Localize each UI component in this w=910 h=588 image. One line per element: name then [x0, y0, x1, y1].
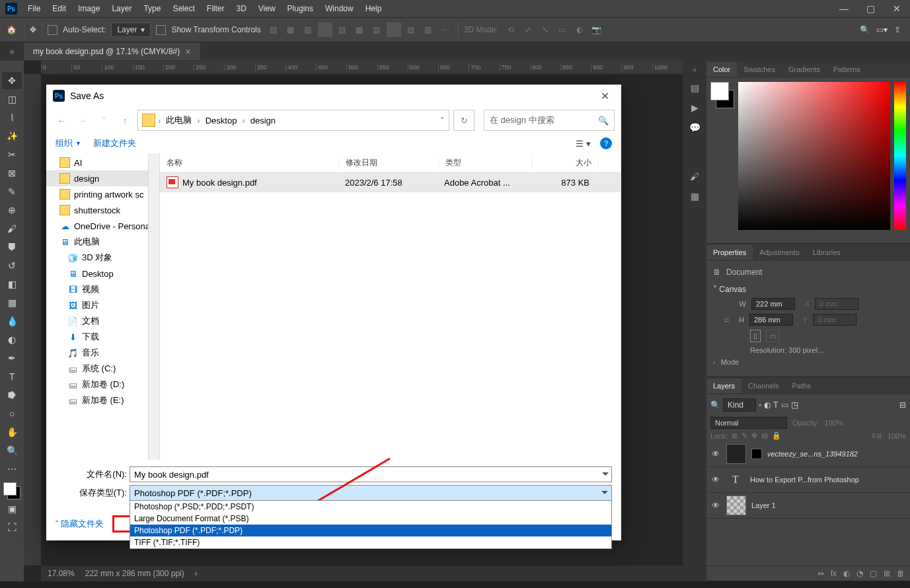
tree-item[interactable]: ⬇下载	[46, 329, 160, 345]
filter-icon[interactable]: 🔍	[710, 400, 720, 410]
filter-type-icon[interactable]: ◐	[764, 400, 771, 410]
layer-name[interactable]: How to Export P...from Photoshop	[750, 476, 906, 484]
align-icon[interactable]: ▦	[352, 22, 367, 37]
menu-view[interactable]: View	[253, 1, 281, 16]
tree-item[interactable]: 🖥Desktop	[46, 266, 160, 281]
align-icon[interactable]: ▦	[284, 22, 298, 37]
close-icon[interactable]: ✕	[595, 87, 615, 105]
tree-item[interactable]: 🎞视频	[46, 281, 160, 297]
wand-tool[interactable]: ✨	[2, 128, 22, 145]
quickmask-tool[interactable]: ▣	[2, 500, 22, 517]
align-icon[interactable]: ▤	[404, 22, 418, 37]
play-icon[interactable]: ▶	[691, 102, 699, 113]
close-icon[interactable]: ✕	[884, 0, 910, 17]
home-icon[interactable]: 🏠	[4, 22, 19, 37]
comment-icon[interactable]: 💬	[689, 122, 701, 133]
col-date[interactable]: 修改日期	[339, 157, 439, 168]
color-picker[interactable]	[706, 78, 910, 243]
filetype-option[interactable]: Photoshop PDF (*.PDF;*.PDP)	[130, 525, 611, 536]
align-icon[interactable]: ▥	[301, 22, 315, 37]
brush-settings-icon[interactable]: 🖌	[690, 171, 699, 182]
lasso-tool[interactable]: ⌇	[2, 109, 22, 126]
brush-tool[interactable]: 🖌	[2, 220, 22, 237]
zoom-tool[interactable]: 🔍	[2, 442, 22, 459]
crop-tool[interactable]: ✂	[2, 146, 22, 163]
new-layer-icon[interactable]: ⊞	[884, 569, 890, 578]
tab-color[interactable]: Color	[706, 62, 737, 77]
color-swatch[interactable]	[3, 482, 20, 499]
organize-button[interactable]: 组织▼	[56, 137, 81, 149]
history-icon[interactable]: ▤	[691, 83, 699, 93]
breadcrumb-item[interactable]: Desktop	[203, 116, 240, 126]
align-icon[interactable]: ▥	[369, 22, 384, 37]
landscape-icon[interactable]: ▭	[766, 330, 779, 342]
align-icon[interactable]: ▥	[421, 22, 436, 37]
eraser-tool[interactable]: ◧	[2, 276, 22, 293]
col-name[interactable]: 名称	[160, 157, 339, 168]
height-input[interactable]: 286 mm	[749, 314, 793, 326]
more-icon[interactable]: ⋯	[438, 22, 453, 37]
blur-tool[interactable]: 💧	[2, 312, 22, 330]
layer-name[interactable]: vecteezy_se...ns_13949182	[767, 450, 906, 458]
mode-section[interactable]: Mode	[721, 358, 739, 366]
menu-3d[interactable]: 3D	[231, 1, 251, 16]
adjustment-icon[interactable]: ◔	[856, 569, 863, 578]
breadcrumb-item[interactable]: 此电脑	[163, 114, 194, 126]
pen-tool[interactable]: ✒	[2, 349, 22, 367]
menu-image[interactable]: Image	[73, 1, 105, 16]
menu-select[interactable]: Select	[167, 1, 200, 16]
screenmode-tool[interactable]: ⛶	[2, 519, 22, 536]
tree-item[interactable]: 🎵音乐	[46, 345, 160, 361]
tree-item[interactable]: 🖼图片	[46, 297, 160, 313]
filetype-options[interactable]: Photoshop (*.PSD;*.PDD;*.PSDT)Large Docu…	[130, 500, 612, 549]
search-icon[interactable]: 🔍	[860, 25, 870, 34]
up-icon[interactable]: ↑	[116, 112, 133, 129]
collapse-icon[interactable]: «	[0, 47, 24, 56]
filter-type-icon[interactable]: ▫	[759, 400, 761, 410]
shape-tool[interactable]: ○	[2, 405, 22, 422]
tab-properties[interactable]: Properties	[706, 245, 753, 260]
tab-channels[interactable]: Channels	[741, 379, 785, 393]
visibility-icon[interactable]: 👁	[710, 501, 721, 510]
marquee-tool[interactable]: ◫	[2, 91, 22, 108]
menu-layer[interactable]: Layer	[106, 1, 137, 16]
path-tool[interactable]: ⭓	[2, 386, 22, 404]
workspace-icon[interactable]: ▭▾	[876, 25, 888, 34]
gradient-tool[interactable]: ▦	[2, 294, 22, 311]
layer-row[interactable]: 👁THow to Export P...from Photoshop	[706, 467, 910, 493]
tab-close-icon[interactable]: ✕	[185, 48, 191, 56]
tab-libraries[interactable]: Libraries	[806, 245, 847, 260]
stamp-tool[interactable]: ⛊	[2, 239, 22, 256]
menu-help[interactable]: Help	[360, 1, 387, 16]
portrait-icon[interactable]: ▯	[750, 330, 761, 342]
tab-patterns[interactable]: Patterns	[827, 62, 867, 77]
dodge-tool[interactable]: ◐	[2, 331, 22, 348]
new-folder-button[interactable]: 新建文件夹	[93, 137, 136, 149]
layers-panel-tabs[interactable]: LayersChannelsPaths	[706, 377, 910, 394]
breadcrumb[interactable]: › 此电脑› Desktop› design ˅	[137, 110, 449, 131]
tree-item[interactable]: AI	[46, 155, 160, 170]
tree-item[interactable]: 🖴系统 (C:)	[46, 361, 160, 377]
group-icon[interactable]: ▢	[870, 569, 877, 578]
tree-item[interactable]: printing artwork sc	[46, 186, 160, 202]
tree-item[interactable]: 🖥此电脑	[46, 234, 160, 250]
document-tab[interactable]: my book design.psd @ 17.1% (CMYK/8#) ✕	[24, 43, 200, 60]
filetype-option[interactable]: TIFF (*.TIF;*.TIFF)	[130, 536, 611, 548]
search-input[interactable]: 在 design 中搜索🔍	[484, 110, 615, 131]
layer-filter[interactable]: Kind	[723, 398, 756, 412]
fill-value[interactable]: 100%	[888, 432, 906, 440]
back-icon[interactable]: ←	[53, 112, 70, 129]
delete-icon[interactable]: 🗑	[897, 569, 905, 578]
chevron-right-icon[interactable]: ›	[195, 569, 198, 578]
opacity-value[interactable]: 100%	[824, 419, 843, 427]
folder-tree[interactable]: AIdesignprinting artwork scshutterstock☁…	[46, 153, 160, 460]
maximize-icon[interactable]: ▢	[857, 0, 884, 17]
canvas-section[interactable]: Canvas	[719, 285, 746, 294]
refresh-icon[interactable]: ↻	[453, 110, 474, 131]
move-icon[interactable]: ✥	[30, 25, 36, 34]
col-size[interactable]: 大小	[532, 157, 599, 168]
mask-icon[interactable]: ◐	[843, 569, 850, 578]
forward-icon[interactable]: →	[74, 112, 91, 129]
filetype-select[interactable]: Photoshop PDF (*.PDF;*.PDP) Photoshop (*…	[130, 485, 612, 501]
minimize-icon[interactable]: —	[831, 0, 857, 17]
